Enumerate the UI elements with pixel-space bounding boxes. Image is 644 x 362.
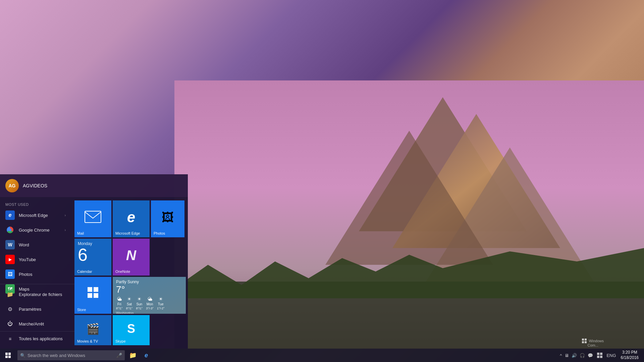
all-apps-label: Toutes les applications <box>19 336 63 341</box>
tile-weather[interactable]: Partly Sunny 7° 🌥 Fri 8°/1° ☀ Sat 8°/1° <box>113 277 186 314</box>
clock[interactable]: 3:20 PM 6/18/2016 <box>618 350 641 360</box>
tile-mail-label: Mail <box>77 231 84 235</box>
search-input[interactable] <box>28 353 111 358</box>
menu-item-word[interactable]: W Word <box>0 237 71 252</box>
svg-rect-9 <box>94 287 98 292</box>
folder-icon: 📁 <box>129 352 137 359</box>
tile-onenote-label: OneNote <box>115 269 130 274</box>
power-label: Marche/Arrêt <box>19 321 44 326</box>
mail-icon <box>85 211 101 224</box>
tile-movies-label: Movies & TV <box>77 339 98 343</box>
language-indicator[interactable]: ENG <box>606 353 616 358</box>
search-bar[interactable]: 🔍 🎤 <box>17 350 125 360</box>
skype-icon: S <box>127 322 135 336</box>
tile-skype[interactable]: S Skype <box>113 315 150 345</box>
edge-arrow-icon: › <box>65 214 66 217</box>
forecast-fri-day: Fri <box>117 302 121 306</box>
chrome-logo <box>7 227 13 233</box>
edge-tile-icon: e <box>127 209 135 226</box>
start-button[interactable] <box>0 349 16 362</box>
network-icon[interactable]: 🖥 <box>565 353 569 358</box>
power-icon: ⏻ <box>5 319 15 328</box>
forecast-sun-day: Sun <box>136 302 142 306</box>
menu-item-edge-label: Microsoft Edge <box>19 213 48 218</box>
file-explorer-icon: 📁 <box>5 290 15 299</box>
taskbar-right: ^ 🖥 🔊 🎧 💬 ENG 3:20 PM 6/18/2016 <box>560 349 644 362</box>
forecast-mon-icon: 🌥 <box>148 296 152 302</box>
forecast-tue-day: Tue <box>158 302 164 306</box>
windows-tray-icon <box>597 353 602 358</box>
start-menu-body: Most Used e Microsoft Edge › Google Chro… <box>0 197 188 349</box>
tile-photos[interactable]: 🖼 Photos <box>151 200 184 237</box>
photos-icon: 🖼 <box>5 269 15 279</box>
notification-icon[interactable]: 💬 <box>588 353 593 358</box>
tile-edge-label: Microsoft Edge <box>115 231 140 235</box>
taskbar-file-explorer[interactable]: 📁 <box>126 349 140 362</box>
start-menu: AG AGVIDEOS Most Used e Microsoft Edge › <box>0 174 188 349</box>
tile-movies-tv[interactable]: 🎬 Movies & TV <box>74 315 111 345</box>
tiles-panel: Mail e Microsoft Edge 🖼 Photos Monday 6 … <box>71 197 188 349</box>
tile-store[interactable]: Store <box>74 277 111 314</box>
speaker-icon[interactable]: 🔊 <box>572 353 577 358</box>
settings-icon: ⚙ <box>5 304 15 314</box>
forecast-sun-temps: 8°/1° <box>136 307 143 310</box>
weather-content: Partly Sunny 7° 🌥 Fri 8°/1° ☀ Sat 8°/1° <box>113 277 186 314</box>
desktop-wallpaper <box>174 80 644 349</box>
movies-icon: 🎬 <box>86 322 100 335</box>
photos-tile-icon: 🖼 <box>162 210 174 225</box>
tile-skype-label: Skype <box>115 339 126 343</box>
chevron-up-icon[interactable]: ^ <box>560 353 562 358</box>
svg-rect-11 <box>94 293 98 298</box>
user-area: AG AGVIDEOS <box>0 174 188 197</box>
weather-condition: Partly Sunny <box>116 280 182 284</box>
tile-calendar[interactable]: Monday 6 Calendar <box>74 239 111 276</box>
taskbar-edge-icon: e <box>145 352 148 359</box>
menu-item-power[interactable]: ⏻ Marche/Arrêt <box>0 316 83 331</box>
menu-item-microsoft-edge[interactable]: e Microsoft Edge › <box>0 208 71 223</box>
calendar-day-number: 6 <box>78 246 108 263</box>
menu-item-youtube[interactable]: ▶ YouTube <box>0 252 71 267</box>
forecast-fri-temps: 8°/1° <box>116 307 123 310</box>
tile-calendar-label: Calendar <box>77 269 92 274</box>
menu-item-settings[interactable]: ⚙ Paramètres <box>0 302 83 316</box>
forecast-mon: 🌥 Mon 3°/-3° <box>146 296 154 310</box>
microphone-icon[interactable]: 🎤 <box>116 353 122 358</box>
forecast-sat-day: Sat <box>127 302 132 306</box>
weather-location: Washington <box>116 311 182 314</box>
forecast-fri: 🌥 Fri 8°/1° <box>116 296 123 310</box>
tile-mail[interactable]: Mail <box>74 200 111 237</box>
menu-item-photos-label: Photos <box>19 272 32 277</box>
edge-icon: e <box>5 210 15 220</box>
windows-logo-icon <box>5 353 11 358</box>
username: AGVIDEOS <box>23 183 47 188</box>
menu-item-photos[interactable]: 🖼 Photos <box>0 267 71 282</box>
settings-label: Paramètres <box>19 307 41 312</box>
tile-microsoft-edge[interactable]: e Microsoft Edge <box>113 200 150 237</box>
headset-icon[interactable]: 🎧 <box>580 353 585 358</box>
menu-item-youtube-label: YouTube <box>19 257 36 262</box>
forecast-sat-icon: ☀ <box>127 296 131 302</box>
forecast-sun: ☀ Sun 8°/1° <box>136 296 143 310</box>
taskbar: 🔍 🎤 📁 e ^ 🖥 🔊 🎧 💬 ENG 3:20 PM <box>0 349 644 362</box>
forecast-mon-temps: 3°/-3° <box>146 307 154 310</box>
user-avatar: AG <box>5 179 19 192</box>
tile-photos-label: Photos <box>154 231 165 235</box>
store-icon <box>87 287 99 301</box>
windows-watermark-icon: Windows <box>582 339 604 343</box>
menu-item-file-explorer[interactable]: 📁 Explorateur de fichiers › <box>0 287 83 302</box>
menu-item-word-label: Word <box>19 242 29 247</box>
tile-onenote[interactable]: N OneNote <box>113 239 150 276</box>
chrome-icon <box>5 225 15 235</box>
taskbar-edge[interactable]: e <box>140 349 153 362</box>
svg-rect-10 <box>88 293 92 298</box>
file-explorer-label: Explorateur de fichiers <box>19 292 62 297</box>
svg-rect-8 <box>88 287 92 292</box>
forecast-sun-icon: ☀ <box>137 296 142 302</box>
menu-item-google-chrome[interactable]: Google Chrome › <box>0 223 71 237</box>
most-used-label: Most Used <box>0 200 71 208</box>
menu-item-all-apps[interactable]: ≡ Toutes les applications <box>0 331 83 346</box>
all-apps-icon: ≡ <box>5 334 15 344</box>
date-display: 6/18/2016 <box>621 355 639 361</box>
search-icon: 🔍 <box>20 353 25 358</box>
bottom-menu: 📁 Explorateur de fichiers › ⚙ Paramètres… <box>0 284 83 349</box>
